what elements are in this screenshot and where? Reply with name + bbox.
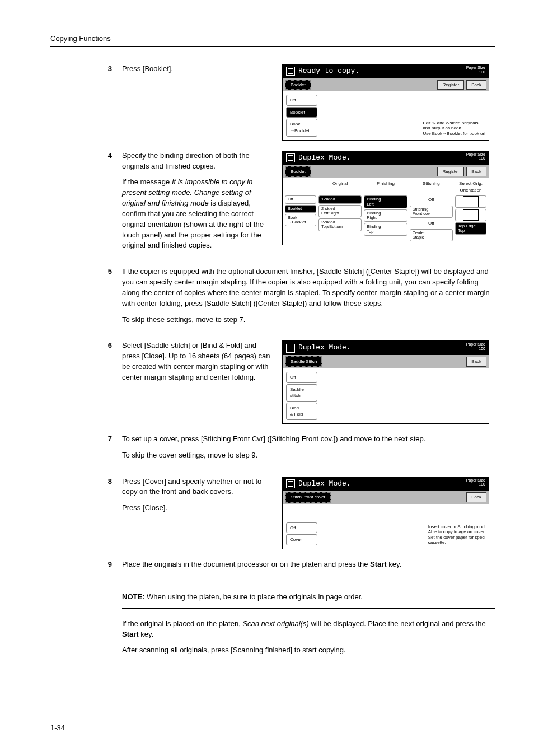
hdr-stitching: Stitching [410, 180, 453, 193]
fin-bind-left[interactable]: Binding Left [364, 195, 407, 208]
left-off[interactable]: Off [285, 195, 316, 203]
option-bind-fold[interactable]: Bind & Fold [286, 403, 317, 420]
option-off[interactable]: Off [286, 95, 317, 106]
doc-icon [286, 67, 295, 76]
back-button[interactable]: Back [466, 80, 486, 90]
option-saddle-stitch[interactable]: Saddle stitch [286, 384, 317, 402]
doc-icon [286, 479, 295, 488]
doc-icon [286, 344, 295, 353]
section-title: Copying Functions [50, 34, 495, 44]
page-number: 1-34 [50, 723, 65, 734]
screen3-title: Duplex Mode. [298, 343, 351, 353]
booklet-options: Off Booklet Book →Booklet [286, 95, 317, 136]
step-number: 7 [50, 434, 122, 445]
option-off[interactable]: Off [286, 372, 317, 383]
crumb-booklet: Booklet [285, 80, 311, 91]
step7-p1: To set up a cover, press [Stitching Fron… [122, 434, 495, 445]
step8-p2: Press [Close]. [122, 503, 273, 514]
screen-duplex-cover: Duplex Mode. Paper Size 100 Stitch. fron… [282, 477, 489, 549]
fin-bind-right[interactable]: Binding Right [364, 209, 407, 222]
step-number: 6 [50, 340, 122, 351]
step-number: 5 [50, 267, 122, 277]
step5-p2: To skip these settings, move to step 7. [122, 315, 495, 325]
screen2-title: Duplex Mode. [298, 153, 351, 164]
step4-p2: If the message It is impossible to copy … [122, 177, 273, 251]
left-book-to-booklet[interactable]: Book →Booklet [285, 214, 316, 227]
orientation-icon [463, 196, 479, 207]
hdr-finishing: Finishing [364, 180, 407, 193]
back-button[interactable]: Back [466, 492, 486, 502]
stitch-off-header: Off [410, 195, 453, 204]
stitch-front-cov[interactable]: Stitching Front cov. [410, 206, 453, 218]
header-rule [50, 46, 495, 47]
paper-size-label: Paper Size [466, 66, 485, 69]
screen4-hint: Insert cover in Stitching mod Able to co… [428, 524, 485, 545]
step8-p1: Press [Cover] and specify whether or not… [122, 477, 273, 498]
step5-p1: If the copier is equipped with the optio… [122, 267, 495, 309]
option-cover[interactable]: Cover [286, 534, 317, 545]
screen-duplex-mode-detail: Duplex Mode. Paper Size 100 Booklet Regi… [282, 151, 489, 246]
stitch-center-staple[interactable]: Center Staple [410, 229, 453, 242]
register-button[interactable]: Register [437, 80, 464, 90]
crumb-booklet: Booklet [285, 166, 311, 178]
note-text: When using the platen, be sure to place … [144, 592, 363, 601]
cover-options: Off Cover [286, 522, 317, 545]
step-number: 4 [50, 151, 122, 161]
tail-p1: If the original is placed on the platen,… [122, 619, 495, 640]
screen-duplex-saddle: Duplex Mode. Paper Size 100 Saddle Stitc… [282, 340, 489, 423]
back-button[interactable]: Back [466, 167, 486, 177]
doc-icon [286, 153, 295, 162]
crumb-saddle: Saddle Stitch [285, 356, 322, 367]
note-box: NOTE: When using the platen, be sure to … [122, 586, 495, 609]
orientation-icon [463, 209, 479, 221]
orig-2sided-tb[interactable]: 2-sided Top/Bottom [318, 218, 362, 231]
option-off[interactable]: Off [286, 522, 317, 534]
left-booklet[interactable]: Booklet [285, 205, 316, 213]
back-button[interactable]: Back [466, 357, 486, 367]
crumb-stitch-front-cover: Stitch. front cover [285, 492, 331, 503]
step-number: 9 [50, 559, 122, 570]
step9-p1: Place the originals in the document proc… [122, 559, 495, 570]
step-number: 8 [50, 477, 122, 487]
orient-icon-mid[interactable] [455, 209, 486, 221]
option-book-to-booklet[interactable]: Book →Booklet [286, 119, 317, 136]
stitch-off: Off [410, 219, 453, 228]
step6-text: Select [Saddle stitch] or [Bind & Fold] … [122, 340, 273, 382]
step7-p2: To skip the cover settings, move to step… [122, 450, 495, 461]
step-number: 3 [50, 64, 122, 74]
fin-bind-top[interactable]: Binding Top [364, 223, 407, 236]
paper-size-value: 100 [479, 70, 485, 74]
screen4-title: Duplex Mode. [298, 479, 351, 489]
note-label: NOTE: [122, 592, 144, 601]
orient-icon-top[interactable] [455, 195, 486, 208]
orig-2sided-lr[interactable]: 2-sided Left/Right [318, 205, 362, 218]
saddle-options: Off Saddle stitch Bind & Fold [286, 372, 317, 420]
hdr-orientation: Select Orig. Orientation [455, 180, 486, 193]
screen1-hint: Edit 1- and 2-sided originals and output… [423, 120, 485, 137]
screen-ready-to-copy: Ready to copy. Paper Size 100 Booklet Re… [282, 64, 489, 141]
orient-top-edge-top[interactable]: Top Edge Top [455, 222, 486, 235]
tail-p2: After scanning all originals, press [Sca… [122, 645, 495, 656]
step4-p1: Specify the binding direction of both th… [122, 151, 273, 172]
option-booklet[interactable]: Booklet [286, 107, 317, 118]
orig-1sided[interactable]: 1-sided [318, 195, 362, 203]
register-button[interactable]: Register [437, 167, 464, 177]
screen1-title: Ready to copy. [298, 66, 359, 77]
hdr-original: Original [318, 180, 362, 193]
step3-text: Press [Booklet]. [122, 64, 273, 74]
